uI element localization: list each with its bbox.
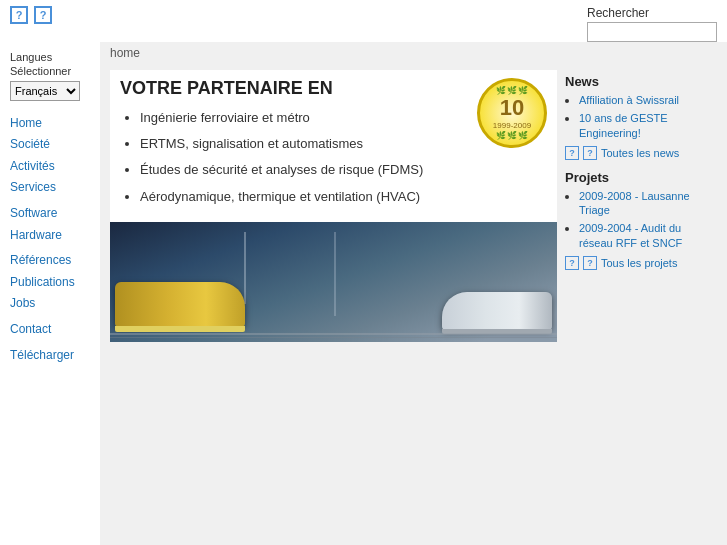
nav-references[interactable]: Références bbox=[10, 250, 90, 272]
content-top: VOTRE PARTENAIRE EN Ingénierie ferroviai… bbox=[110, 70, 557, 222]
search-area: Rechercher bbox=[587, 6, 717, 42]
breadcrumb: home bbox=[110, 46, 717, 62]
hero-title: VOTRE PARTENAIRE EN bbox=[120, 78, 467, 99]
content-main: VOTRE PARTENAIRE EN Ingénierie ferroviai… bbox=[110, 70, 557, 342]
projects-title: Projets bbox=[565, 170, 709, 185]
badge-years: 1999-2009 bbox=[493, 121, 531, 131]
nav-jobs[interactable]: Jobs bbox=[10, 293, 90, 315]
sidebar: Langues Sélectionner Français Home Socié… bbox=[0, 42, 100, 545]
list-item: Aérodynamique, thermique et ventilation … bbox=[140, 188, 467, 206]
nav-section: Home Société Activités Services Software… bbox=[10, 113, 90, 367]
nav-contact[interactable]: Contact bbox=[10, 319, 90, 341]
list-item: Ingénierie ferroviaire et métro bbox=[140, 109, 467, 127]
language-label: Langues Sélectionner bbox=[10, 50, 90, 79]
top-icons: ? ? bbox=[10, 6, 52, 24]
nav-home[interactable]: Home bbox=[10, 113, 90, 135]
list-item: Affiliation à Swissrail bbox=[579, 93, 709, 107]
news-icon-1[interactable]: ? bbox=[565, 146, 579, 160]
all-projects-row: ? ? Tous les projets bbox=[565, 256, 709, 270]
project-link-1[interactable]: 2009-2008 - Lausanne Triage bbox=[579, 190, 690, 216]
help-icon-1[interactable]: ? bbox=[10, 6, 28, 24]
news-list: Affiliation à Swissrail 10 ans de GESTE … bbox=[565, 93, 709, 140]
content-flex: VOTRE PARTENAIRE EN Ingénierie ferroviai… bbox=[110, 70, 717, 342]
nav-software[interactable]: Software bbox=[10, 203, 90, 225]
nav-activites[interactable]: Activités bbox=[10, 156, 90, 178]
top-bar: ? ? Rechercher bbox=[0, 0, 727, 42]
all-projects-link[interactable]: Tous les projets bbox=[601, 257, 677, 269]
news-title: News bbox=[565, 74, 709, 89]
nav-publications[interactable]: Publications bbox=[10, 272, 90, 294]
search-label: Rechercher bbox=[587, 6, 649, 20]
badge-number: 10 bbox=[500, 95, 524, 121]
content-area: home VOTRE PARTENAIRE EN Ingénierie ferr… bbox=[100, 42, 727, 545]
content-left: VOTRE PARTENAIRE EN Ingénierie ferroviai… bbox=[110, 70, 557, 342]
list-item: 10 ans de GESTE Engineering! bbox=[579, 111, 709, 140]
nav-societe[interactable]: Société bbox=[10, 134, 90, 156]
all-news-link[interactable]: Toutes les news bbox=[601, 147, 679, 159]
news-link-2[interactable]: 10 ans de GESTE Engineering! bbox=[579, 112, 668, 138]
page-wrapper: ? ? Rechercher Langues Sélectionner Fran… bbox=[0, 0, 727, 545]
projects-icon-2[interactable]: ? bbox=[583, 256, 597, 270]
all-news-row: ? ? Toutes les news bbox=[565, 146, 709, 160]
project-link-2[interactable]: 2009-2004 - Audit du réseau RFF et SNCF bbox=[579, 222, 682, 248]
nav-telecharger[interactable]: Télécharger bbox=[10, 345, 90, 367]
list-item: 2009-2004 - Audit du réseau RFF et SNCF bbox=[579, 221, 709, 250]
list-item: ERTMS, signalisation et automatismes bbox=[140, 135, 467, 153]
news-icon-2[interactable]: ? bbox=[583, 146, 597, 160]
projects-icon-1[interactable]: ? bbox=[565, 256, 579, 270]
news-section: News Affiliation à Swissrail 10 ans de G… bbox=[565, 74, 709, 160]
search-input[interactable] bbox=[587, 22, 717, 42]
nav-services[interactable]: Services bbox=[10, 177, 90, 199]
badge-circle: 🌿🌿🌿 10 1999-2009 🌿🌿🌿 bbox=[477, 78, 547, 148]
language-section: Langues Sélectionner Français bbox=[10, 50, 90, 101]
language-select[interactable]: Français bbox=[10, 81, 80, 101]
main-layout: Langues Sélectionner Français Home Socié… bbox=[0, 42, 727, 545]
train-visual bbox=[110, 222, 557, 342]
anniversary-badge: 🌿🌿🌿 10 1999-2009 🌿🌿🌿 bbox=[477, 78, 547, 148]
list-item: Études de sécurité et analyses de risque… bbox=[140, 161, 467, 179]
hero-image bbox=[110, 222, 557, 342]
hero-text: VOTRE PARTENAIRE EN Ingénierie ferroviai… bbox=[120, 78, 467, 214]
nav-hardware[interactable]: Hardware bbox=[10, 225, 90, 247]
right-panel: News Affiliation à Swissrail 10 ans de G… bbox=[557, 70, 717, 342]
projects-list: 2009-2008 - Lausanne Triage 2009-2004 - … bbox=[565, 189, 709, 250]
list-item: 2009-2008 - Lausanne Triage bbox=[579, 189, 709, 218]
news-link-1[interactable]: Affiliation à Swissrail bbox=[579, 94, 679, 106]
help-icon-2[interactable]: ? bbox=[34, 6, 52, 24]
hero-list: Ingénierie ferroviaire et métro ERTMS, s… bbox=[120, 109, 467, 206]
projects-section: Projets 2009-2008 - Lausanne Triage 2009… bbox=[565, 170, 709, 270]
